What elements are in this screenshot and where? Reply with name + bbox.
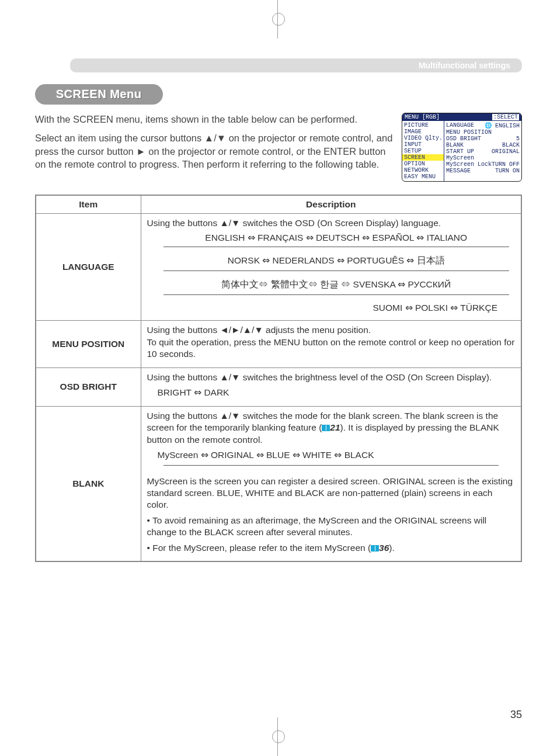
osd-right-row: MESSAGETURN ON (446, 168, 520, 174)
osd-setting-label: OSD BRIGHT (446, 136, 481, 142)
col-item: Item (36, 195, 141, 214)
desc-osd-bright: Using the buttons ▲/▼ switches the brigh… (141, 367, 521, 406)
osd-bright-intro: Using the buttons ▲/▼ switches the brigh… (147, 372, 516, 383)
blank-bullet-1: • To avoid remaining as an afterimage, t… (147, 515, 516, 539)
blank-p2: MyScreen is the screen you can register … (147, 476, 516, 511)
osd-left-item: NETWORK (402, 167, 444, 174)
flow-connector-icon (163, 465, 499, 470)
desc-language: Using the buttons ▲/▼ switches the OSD (… (141, 214, 521, 321)
osd-title-bar: MENU [RGB] :SELECT (402, 113, 521, 121)
osd-left-item: EASY MENU (402, 174, 444, 180)
osd-setting-value: ORIGINAL (492, 148, 520, 155)
section-title-text: SCREEN Menu (56, 88, 142, 100)
osd-setting-label: START UP (446, 148, 474, 155)
flow-connector-icon (163, 294, 510, 299)
blank-p1: Using the buttons ▲/▼ switches the mode … (147, 410, 516, 446)
osd-right-row: BLANKBLACK (446, 142, 520, 148)
osd-left-item: OPTION (402, 161, 444, 167)
table-row: OSD BRIGHT Using the buttons ▲/▼ switche… (36, 367, 521, 406)
osd-setting-label: MESSAGE (446, 168, 471, 174)
osd-setting-label: MyScreen Lock (446, 161, 492, 168)
blank-b2-a: • For the MyScreen, please refer to the … (147, 543, 371, 553)
osd-body: PICTUREIMAGEVIDEO Qlty.INPUTSETUPSCREENO… (402, 121, 521, 181)
osd-right-row: START UPORIGINAL (446, 148, 520, 155)
desc-menu-position: Using the buttons ◄/►/▲/▼ adjusts the me… (141, 321, 521, 367)
osd-left-item: SETUP (402, 148, 444, 154)
table-row: LANGUAGE Using the buttons ▲/▼ switches … (36, 214, 521, 321)
breadcrumb: Multifunctional settings (70, 58, 522, 72)
osd-left-item: IMAGE (402, 129, 444, 135)
osd-left-menu: PICTUREIMAGEVIDEO Qlty.INPUTSETUPSCREENO… (402, 121, 444, 181)
crop-mark-bottom (270, 728, 287, 745)
intro-text: With the SCREEN menu, items shown in the… (35, 113, 394, 176)
osd-setting-value: TURN OFF (492, 161, 520, 168)
osd-setting-label: BLANK (446, 142, 464, 148)
blank-b2-b: ). (389, 543, 394, 553)
osd-setting-value: BLACK (502, 142, 520, 148)
osd-right-row: OSD BRIGHT5 (446, 136, 520, 142)
language-intro: Using the buttons ▲/▼ switches the OSD (… (147, 217, 516, 229)
lang-line-3: 简体中文⇔ 繁體中文⇔ 한글 ⇔ SVENSKA ⇔ РУССКИЙ (158, 279, 516, 291)
page-number: 35 (510, 709, 522, 721)
blank-b2-ref: 36 (379, 543, 389, 553)
osd-setting-label: LANGUAGE (446, 122, 474, 129)
book-icon (371, 545, 379, 552)
osd-left-item: PICTURE (402, 122, 444, 129)
menu-position-desc: Using the buttons ◄/►/▲/▼ adjusts the me… (147, 324, 516, 360)
osd-setting-label: MENU POSITION (446, 129, 492, 136)
osd-setting-value: 5 (516, 136, 520, 142)
intro-para-1: With the SCREEN menu, items shown in the… (35, 113, 394, 126)
osd-left-item: VIDEO Qlty. (402, 135, 444, 141)
osd-setting-value: 🌐 ENGLISH (485, 122, 520, 129)
book-icon (322, 425, 330, 431)
osd-right-row: MENU POSITION (446, 129, 520, 136)
table-header-row: Item Description (36, 195, 521, 214)
table-row: MENU POSITION Using the buttons ◄/►/▲/▼ … (36, 321, 521, 367)
item-language: LANGUAGE (36, 214, 141, 321)
osd-right-settings: LANGUAGE🌐 ENGLISHMENU POSITIONOSD BRIGHT… (444, 121, 521, 181)
screen-menu-table: Item Description LANGUAGE Using the butt… (35, 195, 522, 562)
item-blank: BLANK (36, 406, 141, 561)
blank-options: MyScreen ⇔ ORIGINAL ⇔ BLUE ⇔ WHITE ⇔ BLA… (158, 449, 516, 461)
flow-connector-icon (163, 247, 510, 251)
col-description: Description (141, 195, 521, 214)
section-title: SCREEN Menu (35, 84, 163, 105)
osd-right-row: MyScreen (446, 155, 520, 161)
osd-title-left: MENU [RGB] (405, 114, 440, 120)
osd-right-row: LANGUAGE🌐 ENGLISH (446, 122, 520, 129)
lang-line-1: ENGLISH ⇔ FRANÇAIS ⇔ DEUTSCH ⇔ ESPAÑOL ⇔… (158, 233, 516, 243)
blank-p1-ref: 21 (330, 422, 340, 432)
flow-connector-icon (163, 271, 510, 275)
item-osd-bright: OSD BRIGHT (36, 367, 141, 406)
lang-line-4: SUOMI ⇔ POLSKI ⇔ TÜRKÇE (158, 303, 516, 313)
desc-blank: Using the buttons ▲/▼ switches the mode … (141, 406, 521, 561)
osd-right-row: MyScreen LockTURN OFF (446, 161, 520, 168)
osd-setting-value: TURN ON (495, 168, 520, 174)
item-menu-position: MENU POSITION (36, 321, 141, 367)
language-flow: ENGLISH ⇔ FRANÇAIS ⇔ DEUTSCH ⇔ ESPAÑOL ⇔… (158, 233, 516, 313)
osd-setting-label: MyScreen (446, 155, 474, 161)
intro-wrap: With the SCREEN menu, items shown in the… (35, 113, 522, 182)
intro-para-2: Select an item using the cursor buttons … (35, 131, 394, 171)
breadcrumb-text: Multifunctional settings (419, 61, 510, 70)
osd-title-right: :SELECT (492, 114, 519, 120)
osd-panel: MENU [RGB] :SELECT PICTUREIMAGEVIDEO Qlt… (402, 113, 522, 182)
osd-left-item: INPUT (402, 141, 444, 148)
osd-bright-options: BRIGHT ⇔ DARK (158, 387, 516, 398)
page: Multifunctional settings SCREEN Menu Wit… (0, 0, 557, 585)
table-row: BLANK Using the buttons ▲/▼ switches the… (36, 406, 521, 561)
lang-line-2: NORSK ⇔ NEDERLANDS ⇔ PORTUGUÊS ⇔ 日本語 (158, 255, 516, 267)
blank-bullet-2: • For the MyScreen, please refer to the … (147, 542, 516, 554)
osd-left-item: SCREEN (402, 154, 444, 161)
